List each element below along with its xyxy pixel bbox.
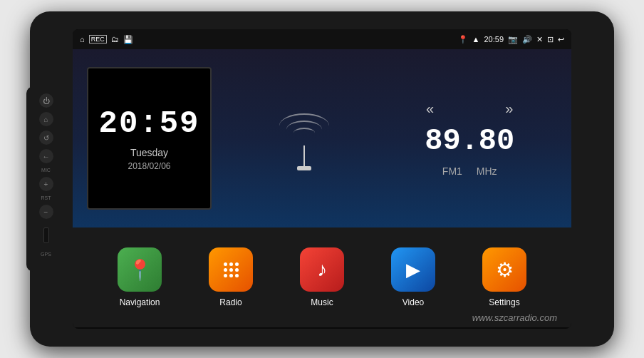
status-right: 📍 ▲ 20:59 📷 🔊 ✕ ⊡ ↩ <box>458 35 564 44</box>
prev-button[interactable]: « <box>426 101 434 117</box>
power-button[interactable]: ⏻ <box>39 93 53 108</box>
navigation-label: Navigation <box>120 297 160 307</box>
home-status-icon: ⌂ <box>80 35 85 44</box>
wave-inner <box>294 128 315 138</box>
car-unit: ⏻ ⌂ ↺ ← MIC + RST − GPS ⌂ <box>30 11 614 347</box>
power-icon: ⏻ <box>43 97 50 105</box>
mic-label: MIC <box>41 168 51 173</box>
nav-arrows: « » <box>426 101 513 117</box>
settings-icon-bg: ⚙ <box>482 247 526 292</box>
vol-up-button[interactable]: + <box>39 177 53 191</box>
app-settings[interactable]: ⚙ Settings <box>482 247 526 307</box>
screen: ⌂ REC 🗂 💾 📍 ▲ 20:59 📷 🔊 ✕ ⊡ ↩ 20:59 Tue <box>73 29 571 329</box>
volume-icon: 🔊 <box>522 35 532 44</box>
storage-icon: 🗂 <box>111 35 119 44</box>
rst-group: RST <box>41 195 51 200</box>
status-time: 20:59 <box>484 35 504 44</box>
back-button[interactable]: ← <box>39 149 53 163</box>
music-label: Music <box>311 297 333 307</box>
home-icon: ⌂ <box>43 116 48 123</box>
main-display: 20:59 Tuesday 2018/02/06 <box>73 49 571 227</box>
location-icon: 📍 <box>458 35 468 44</box>
radio-widget: « » 89.80 FM1 MHz <box>226 67 557 210</box>
video-icon-bg: ▶ <box>391 247 435 292</box>
watermark: www.szcarradio.com <box>472 312 557 323</box>
app-navigation[interactable]: 📍 Navigation <box>118 247 162 307</box>
radio-unit: MHz <box>477 165 497 177</box>
app-music[interactable]: ♪ Music <box>300 247 344 307</box>
settings-icon: ⚙ <box>496 258 514 282</box>
status-left: ⌂ REC 🗂 💾 <box>80 35 133 44</box>
status-bar: ⌂ REC 🗂 💾 📍 ▲ 20:59 📷 🔊 ✕ ⊡ ↩ <box>73 29 571 49</box>
signal-waves <box>276 110 333 167</box>
radio-label: Radio <box>219 297 242 307</box>
close-icon: ✕ <box>536 35 543 44</box>
refresh-icon: ↺ <box>43 134 49 142</box>
radio-dots-row3 <box>224 274 239 277</box>
next-button[interactable]: » <box>505 101 513 117</box>
app-video[interactable]: ▶ Video <box>391 247 435 307</box>
radio-controls: « » 89.80 FM1 MHz <box>425 101 514 177</box>
storage2-icon: 💾 <box>123 35 133 44</box>
clock-time: 20:59 <box>98 106 199 141</box>
antenna-pole <box>303 145 305 167</box>
clock-day: Tuesday <box>130 147 168 158</box>
left-panel: ⏻ ⌂ ↺ ← MIC + RST − GPS <box>26 86 66 272</box>
refresh-button[interactable]: ↺ <box>39 131 53 145</box>
home-button[interactable]: ⌂ <box>39 112 53 126</box>
mic-group: MIC <box>41 168 51 173</box>
camera-icon: 📷 <box>508 35 518 44</box>
window-icon: ⊡ <box>547 35 554 44</box>
nav-back-icon: ↩ <box>558 35 564 44</box>
navigation-icon: 📍 <box>128 258 152 282</box>
freq-meta: FM1 MHz <box>442 165 497 177</box>
settings-label: Settings <box>489 297 519 307</box>
video-icon: ▶ <box>406 259 420 281</box>
rec-badge: REC <box>89 35 107 44</box>
wifi-icon: ▲ <box>472 35 480 44</box>
music-icon: ♪ <box>317 258 327 281</box>
video-label: Video <box>402 297 424 307</box>
vol-down-icon: − <box>44 208 48 216</box>
vol-up-icon: + <box>44 180 48 188</box>
rst-label: RST <box>41 195 51 200</box>
radio-icon-bg <box>209 247 253 292</box>
app-radio[interactable]: Radio <box>209 247 253 307</box>
clock-date: 2018/02/06 <box>128 161 170 171</box>
radio-band: FM1 <box>442 165 462 177</box>
clock-widget: 20:59 Tuesday 2018/02/06 <box>87 67 212 210</box>
gps-group: GPS <box>41 252 51 257</box>
radio-dots-row1 <box>224 262 239 266</box>
vol-down-button[interactable]: − <box>39 205 53 219</box>
back-icon: ← <box>43 153 50 160</box>
frequency-display: 89.80 <box>425 124 514 158</box>
gps-label: GPS <box>41 252 51 257</box>
radio-dots-row2 <box>224 268 239 272</box>
music-icon-bg: ♪ <box>300 247 344 292</box>
sd-card-slot <box>43 227 49 243</box>
antenna-display <box>269 103 340 174</box>
navigation-icon-bg: 📍 <box>118 247 162 292</box>
antenna-base <box>297 166 311 170</box>
